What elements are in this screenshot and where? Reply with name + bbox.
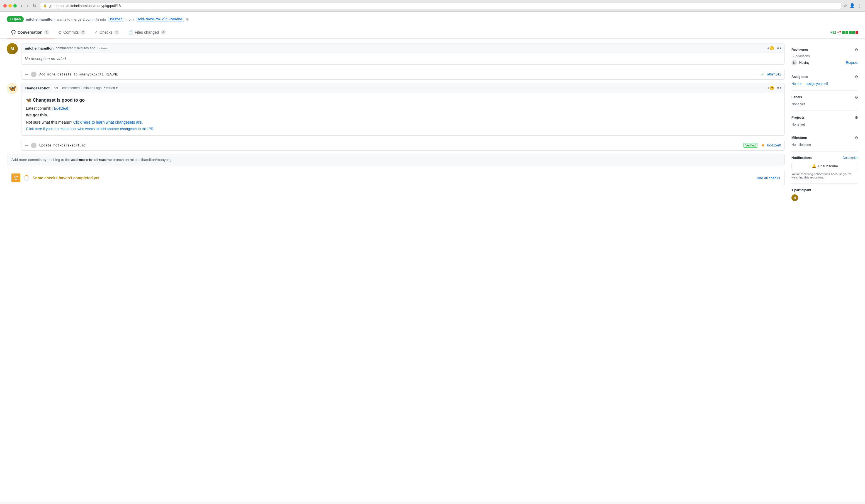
tab-files-changed[interactable]: 📄 Files changed 4 [124, 27, 170, 38]
tab-commits-count: 2 [80, 30, 85, 35]
close-button[interactable] [3, 4, 7, 8]
labels-gear-button[interactable]: ⚙ [855, 95, 858, 99]
unsubscribe-label: Unsubscribe [818, 164, 838, 168]
latest-commit-ref[interactable]: bc415e0 [53, 106, 70, 111]
lock-icon: 🔒 [43, 4, 47, 8]
merge-info-text1: Add more commits by pushing to the [11, 157, 70, 162]
forward-button[interactable]: › [25, 2, 30, 9]
orange-dot-2 [762, 144, 764, 146]
comment-header-1: mitchellhamilton commented 2 minutes ago… [22, 44, 784, 53]
changeset-body: 🦋 Changeset is good to go Latest commit:… [22, 93, 784, 135]
comment-header-2: changeset-bot bot commented 2 minutes ag… [22, 83, 784, 93]
more-options-button-2[interactable]: ••• [776, 85, 781, 91]
checks-icon-wrap [11, 174, 20, 183]
pr-author: mitchellhamilton [26, 17, 55, 21]
assignees-header: Assignees ⚙ [792, 75, 858, 79]
tab-conversation[interactable]: 💬 Conversation 1 [7, 27, 54, 38]
maximize-button[interactable] [13, 4, 17, 8]
maintainer-add-link[interactable]: Click here if you're a maintainer who wa… [26, 127, 780, 131]
merge-icon [13, 175, 19, 180]
sidebar-reviewers: Reviewers ⚙ Suggestions N Noviny Request [792, 43, 858, 70]
comment-box-1: mitchellhamilton commented 2 minutes ago… [21, 43, 785, 65]
projects-header: Projects ⚙ [792, 115, 858, 120]
learn-changesets-link[interactable]: Click here to learn what changesets are. [73, 120, 143, 125]
projects-gear-button[interactable]: ⚙ [855, 115, 858, 120]
milestone-gear-button[interactable]: ⚙ [855, 136, 858, 140]
address-bar[interactable]: 🔒 github.com/mitchellhamilton/manypkg/pu… [40, 2, 841, 9]
tab-checks-count: 1 [114, 30, 119, 35]
bookmark-icon[interactable]: ☆ [843, 3, 847, 8]
not-sure-text: Not sure what this means? Click here to … [26, 120, 780, 125]
labels-title: Labels [792, 95, 802, 99]
commit-timeline-1: ⋯ Add more details to @manypkg/cli READM… [21, 69, 785, 80]
participant-avatar[interactable]: M [792, 194, 798, 201]
url-text: github.com/mitchellhamilton/manypkg/pull… [49, 4, 121, 8]
copy-icon[interactable]: ⎘ [186, 17, 188, 21]
commit-hash-link-2[interactable]: bc415e0 [767, 143, 781, 147]
reviewer-item: N Noviny Request [792, 60, 858, 66]
comment-thread-1: M mitchellhamilton commented 2 minutes a… [7, 43, 785, 65]
owner-badge: Owner [97, 46, 110, 50]
hide-all-checks-button[interactable]: Hide all checks [756, 176, 780, 180]
not-sure-label: Not sure what this means? [26, 120, 72, 125]
commit-message-2: Update hot-cars-sort.md [39, 143, 741, 147]
add-reaction-button-2[interactable]: +😊 [767, 86, 774, 90]
merge-info-repo: mitchellhamilton/manypkg [130, 157, 172, 162]
bot-edited[interactable]: • edited ▾ [104, 86, 118, 90]
reload-button[interactable]: ↻ [31, 2, 38, 9]
participants-header: 1 participant [792, 188, 858, 192]
checks-section: Some checks haven't completed yet Hide a… [7, 170, 785, 186]
assignees-gear-button[interactable]: ⚙ [855, 75, 858, 79]
reviewer-name[interactable]: Noviny [799, 61, 843, 65]
additions-count: +32 [830, 31, 836, 35]
minimize-button[interactable] [8, 4, 12, 8]
commit-item-2: ⋯ Update hot-cars-sort.md Verified bc415… [21, 140, 785, 151]
checks-status-text: Some checks haven't completed yet [33, 176, 752, 180]
request-review-link[interactable]: Request [846, 61, 858, 65]
projects-title: Projects [792, 116, 805, 119]
head-branch[interactable]: add-more-to-cli-readme [136, 17, 184, 22]
tab-checks[interactable]: ✓ Checks 1 [90, 27, 124, 38]
tab-commits[interactable]: ⊙ Commits 2 [54, 27, 90, 38]
avatar-icon[interactable]: 👤 [850, 3, 855, 8]
add-reaction-button-1[interactable]: +😊 [767, 46, 774, 50]
tab-files-count: 4 [161, 30, 166, 35]
pr-action-text: wants to merge 2 commits into [57, 17, 106, 21]
avatar-initial: M [11, 47, 14, 51]
labels-value: None yet [792, 102, 805, 106]
commit-item-1: ⋯ Add more details to @manypkg/cli READM… [21, 69, 785, 80]
comment-author-1[interactable]: mitchellhamilton [25, 46, 54, 50]
merge-info: Add more commits by pushing to the add-m… [7, 154, 785, 165]
browser-nav-controls: ‹ › ↻ [19, 2, 38, 9]
reviewers-gear-button[interactable]: ⚙ [855, 48, 858, 52]
commits-icon: ⊙ [58, 30, 61, 35]
more-options-button-1[interactable]: ••• [776, 46, 781, 51]
base-branch[interactable]: master [108, 17, 124, 22]
commit-timeline-2: ⋯ Update hot-cars-sort.md Verified bc415… [21, 140, 785, 151]
changeset-title: 🦋 Changeset is good to go [26, 97, 780, 103]
commit-hash-link-1[interactable]: a0af141 [767, 72, 781, 76]
pr-header: ↑ Open mitchellhamilton wants to merge 2… [0, 12, 865, 27]
verified-badge: Verified [743, 143, 758, 148]
milestone-title: Milestone [792, 136, 807, 140]
merge-info-text3: . [173, 157, 174, 162]
assign-yourself-link[interactable]: No one—assign yourself [792, 82, 828, 86]
checks-tab-icon: ✓ [94, 30, 98, 35]
commit-message-1: Add more details to @manypkg/cli README [39, 72, 758, 76]
unsubscribe-button[interactable]: 🔔 Unsubscribe [792, 162, 858, 170]
tab-checks-label: Checks [100, 30, 113, 35]
commit-user-avatar-1 [31, 72, 36, 77]
menu-icon[interactable]: ⋮ [857, 3, 862, 8]
diff-bar-1 [842, 31, 845, 34]
sidebar-labels: Labels ⚙ None yet [792, 91, 858, 111]
customize-link[interactable]: Customize [842, 156, 858, 160]
from-text: from [127, 17, 134, 21]
sidebar-notifications: Notifications Customize 🔔 Unsubscribe Yo… [792, 152, 858, 184]
latest-commit-label: Latest commit: [26, 106, 51, 110]
commit-check-icon-1: ✓ [761, 72, 764, 77]
browser-window-controls [3, 4, 17, 8]
bot-author[interactable]: changeset-bot [25, 86, 50, 90]
back-button[interactable]: ‹ [19, 2, 24, 9]
deletions-count: −7 [837, 31, 841, 35]
diff-bar-4 [852, 31, 855, 34]
